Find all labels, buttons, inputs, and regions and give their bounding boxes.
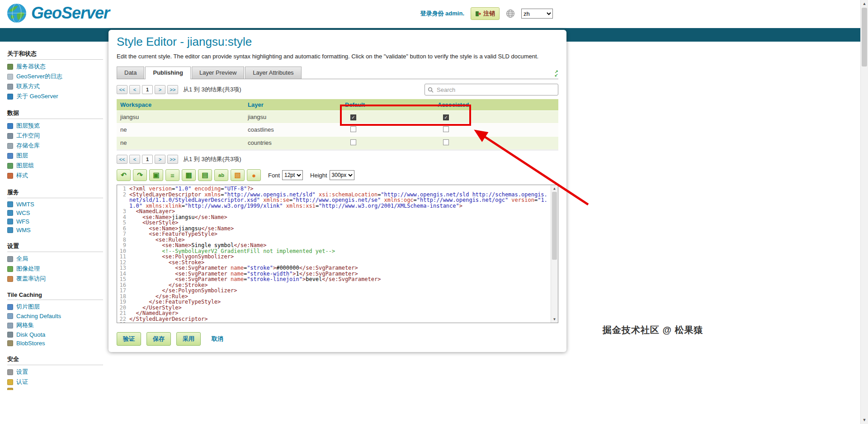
logout-icon: [475, 11, 481, 17]
sidebar-item[interactable]: GeoServer的日志: [7, 71, 103, 81]
validate-button[interactable]: 验证: [117, 332, 141, 346]
sidebar-item[interactable]: 切片图层: [7, 302, 103, 312]
sidebar-item-label: 关于 GeoServer: [16, 92, 58, 100]
page-scroll-up-icon[interactable]: ▲: [861, 0, 868, 8]
sidebar-item[interactable]: WMS: [7, 226, 103, 234]
editor-scrollbar-thumb[interactable]: [552, 192, 557, 260]
geoserver-logo[interactable]: GeoServer: [6, 3, 109, 24]
sidebar-item[interactable]: 覆盖率访问: [7, 274, 103, 284]
pager-first-button[interactable]: <<: [117, 155, 127, 164]
sidebar-item-label: WFS: [16, 218, 29, 225]
sidebar-item[interactable]: 设置: [7, 367, 103, 377]
pager: <<<1>>>从1 到 3的结果(共3项): [117, 85, 241, 94]
grid-button[interactable]: ▦: [182, 169, 196, 181]
format-lines-button[interactable]: ≡: [165, 169, 179, 181]
cancel-link[interactable]: 取消: [212, 335, 223, 343]
wfs-service-icon: [7, 219, 13, 224]
associated-checkbox[interactable]: ✓: [443, 114, 449, 120]
sidebar-item[interactable]: 图层组: [7, 161, 103, 171]
sidebar-item[interactable]: Disk Quota: [7, 330, 103, 339]
top-header: GeoServer 登录身份 admin. 注销 zh: [0, 0, 860, 28]
apply-button[interactable]: 采用: [176, 332, 201, 346]
sidebar-item[interactable]: 全局: [7, 254, 103, 264]
default-checkbox[interactable]: [350, 139, 356, 145]
code-line: 22</StyledLayerDescriptor>: [117, 316, 550, 322]
associated-checkbox[interactable]: [443, 139, 449, 145]
sidebar-item[interactable]: BlobStores: [7, 339, 103, 348]
sidebar-item-label: 图像处理: [16, 265, 40, 273]
action-buttons: 验证 保存 采用 取消: [117, 332, 558, 346]
sidebar-item[interactable]: 样式: [7, 171, 103, 181]
pager-last-button[interactable]: >>: [167, 155, 178, 164]
editor-toolbar: ↶↷▣≡▦▤ab▧● Font 12pt Height 300px: [117, 169, 558, 181]
tab-layer-preview[interactable]: Layer Preview: [192, 67, 244, 79]
login-status: 登录身份 admin.: [420, 10, 464, 18]
sidebar-item[interactable]: 工作空间: [7, 131, 103, 141]
sidebar-item-label: Caching Defaults: [16, 313, 61, 319]
preview-sphere-button[interactable]: ●: [247, 169, 261, 181]
page-scrollbar[interactable]: ▲ ▼: [860, 0, 868, 424]
associated-cell: ✓: [434, 111, 558, 123]
sidebar-item[interactable]: [7, 387, 103, 390]
sidebar-item[interactable]: WMTS: [7, 200, 103, 209]
pager-prev-button[interactable]: <: [129, 155, 140, 164]
sidebar-item[interactable]: 服务器状态: [7, 62, 103, 71]
language-select[interactable]: zh: [521, 9, 553, 19]
tab-data[interactable]: Data: [117, 67, 144, 79]
about-geoserver-icon: [7, 94, 13, 100]
sidebar-item[interactable]: 关于 GeoServer: [7, 91, 103, 101]
sidebar-item[interactable]: WCS: [7, 209, 103, 217]
column-header-workspace[interactable]: Workspace: [117, 99, 244, 110]
font-size-select[interactable]: 12pt: [282, 170, 303, 180]
column-header-associated[interactable]: Associated: [434, 99, 558, 110]
sidebar-item[interactable]: 存储仓库: [7, 141, 103, 151]
logout-button[interactable]: 注销: [471, 7, 500, 20]
spellcheck-button[interactable]: ab: [214, 169, 228, 181]
sidebar-item-label: GeoServer的日志: [16, 72, 62, 81]
editor-resize-control[interactable]: ↗ ↙: [555, 70, 558, 79]
authentication-icon: [7, 379, 13, 385]
sidebar-item[interactable]: 图像处理: [7, 264, 103, 274]
line-number: 17: [117, 288, 129, 294]
column-header-layer[interactable]: Layer: [244, 99, 341, 110]
pager-last-button[interactable]: >>: [167, 85, 178, 94]
page-scrollbar-thumb[interactable]: [862, 8, 867, 67]
pager-next-button[interactable]: >: [155, 85, 165, 94]
save-button[interactable]: 保存: [146, 332, 171, 346]
line-number: 1: [117, 186, 129, 192]
tab-layer-attributes[interactable]: Layer Attributes: [245, 67, 301, 79]
page-scroll-down-icon[interactable]: ▼: [861, 416, 868, 424]
tab-publishing[interactable]: Publishing: [145, 67, 190, 79]
sidebar-item-label: 切片图层: [16, 303, 40, 311]
sidebar-item[interactable]: 联系方式: [7, 81, 103, 91]
insert-image-button[interactable]: ▣: [149, 169, 163, 181]
scroll-up-icon[interactable]: ▲: [551, 185, 558, 192]
sidebar-item[interactable]: 网格集: [7, 320, 103, 330]
sidebar-item-label: WCS: [16, 210, 30, 216]
redo-button[interactable]: ↷: [133, 169, 147, 181]
default-checkbox[interactable]: ✓: [350, 114, 356, 120]
sidebar-item[interactable]: Caching Defaults: [7, 312, 103, 320]
pager-current-page[interactable]: 1: [142, 155, 153, 164]
default-checkbox[interactable]: [350, 126, 356, 132]
scroll-down-icon[interactable]: ▼: [551, 316, 558, 323]
archive-button[interactable]: ▤: [198, 169, 212, 181]
pager-current-page[interactable]: 1: [142, 85, 153, 94]
editor-scrollbar[interactable]: ▲ ▼: [551, 185, 558, 323]
pager-next-button[interactable]: >: [155, 155, 165, 164]
code-line: 20 </UserStyle>: [117, 305, 550, 311]
editor-height-select[interactable]: 300px: [330, 170, 354, 180]
pager-prev-button[interactable]: <: [129, 85, 140, 94]
associated-checkbox[interactable]: [443, 126, 449, 132]
undo-button[interactable]: ↶: [117, 169, 131, 181]
search-input[interactable]: [425, 84, 558, 95]
sld-code-editor[interactable]: 1<?xml version="1.0" encoding="UTF-8"?>2…: [117, 185, 558, 323]
sidebar-item[interactable]: 图层: [7, 151, 103, 161]
pager-first-button[interactable]: <<: [117, 85, 127, 94]
sidebar-item[interactable]: 认证: [7, 377, 103, 387]
sidebar-item[interactable]: WFS: [7, 217, 103, 226]
code-line: 5 <UserStyle>: [117, 220, 550, 226]
column-header-default[interactable]: Default: [341, 99, 434, 110]
picture-button[interactable]: ▧: [231, 169, 245, 181]
sidebar-item[interactable]: 图层预览: [7, 121, 103, 131]
